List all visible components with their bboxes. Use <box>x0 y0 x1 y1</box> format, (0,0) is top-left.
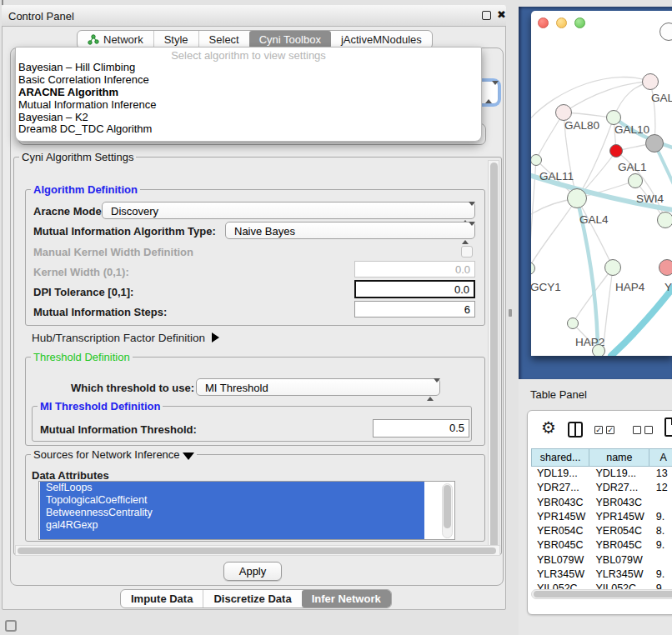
network-node-hap4[interactable] <box>604 259 621 276</box>
network-node-swi4[interactable] <box>628 173 643 188</box>
table-row[interactable]: YDL19...YDL19...13 <box>531 467 672 481</box>
table-horizontal-scrollbar[interactable] <box>531 589 672 599</box>
network-view-window[interactable]: GALGAL80GAL10GAL1SWI4GAL11GAL4GCY1HAP4YH… <box>531 11 672 356</box>
aracne-mode-label: Aracne Mode: <box>33 205 105 218</box>
tab-discretize-data[interactable]: Discretize Data <box>203 590 301 608</box>
data-attributes-list[interactable]: SelfLoopsTopologicalCoefficientBetweenne… <box>38 481 455 540</box>
manual-kernel-checkbox[interactable] <box>461 246 473 258</box>
settings-horizontal-scrollbar[interactable] <box>15 545 500 556</box>
tab-label: Cyni Toolbox <box>259 33 321 46</box>
attribute-item-gal4rgexp[interactable]: gal4RGexp <box>40 519 424 532</box>
algorithm-option-dream8-dc-tdc-algorithm[interactable]: Dream8 DC_TDC Algorithm <box>18 123 479 136</box>
close-icon[interactable]: ✖ <box>497 8 506 21</box>
attributes-scrollbar-thumb[interactable] <box>444 485 451 528</box>
column-header-name[interactable]: name <box>589 448 649 467</box>
hub-definition-label: Hub/Transcription Factor Definition <box>32 332 205 344</box>
table-row[interactable]: YBR045CYBR045C9. <box>531 538 672 552</box>
select-all-checkbox-icon[interactable]: ✓ <box>594 426 603 434</box>
network-node[interactable] <box>659 22 672 41</box>
gear-icon[interactable]: ⚙ <box>541 419 556 436</box>
network-edge[interactable] <box>577 198 613 268</box>
column-header-shared-[interactable]: shared... <box>531 448 589 467</box>
tab-label: Style <box>164 33 188 46</box>
network-edge[interactable] <box>564 82 650 112</box>
attributes-scrollbar[interactable] <box>442 483 453 538</box>
network-node-label-gal: GAL <box>651 92 672 104</box>
zoom-traffic-light-icon[interactable] <box>574 18 585 28</box>
attribute-item-topologicalcoefficient[interactable]: TopologicalCoefficient <box>40 494 424 507</box>
columns-icon[interactable] <box>568 422 583 438</box>
control-panel-titlebar: Control Panel ✖ <box>2 5 506 27</box>
minimize-traffic-light-icon[interactable] <box>556 18 567 28</box>
table-cell: YBR045C <box>589 538 649 552</box>
collapsed-arrow-icon[interactable] <box>212 332 219 342</box>
mi-threshold-group-title: MI Threshold Definition <box>38 400 163 412</box>
tab-select[interactable]: Select <box>198 31 249 48</box>
network-node-label-y: Y <box>664 281 672 293</box>
algorithm-option-aracne-algorithm[interactable]: ARACNE Algorithm <box>18 87 479 99</box>
network-node[interactable] <box>645 134 664 152</box>
network-node-gal80[interactable] <box>555 104 572 121</box>
network-node-hap2[interactable] <box>567 318 579 329</box>
column-header-a[interactable]: A <box>649 448 672 467</box>
which-threshold-select[interactable]: MI Threshold <box>196 378 440 396</box>
network-node-gal1[interactable] <box>609 144 623 158</box>
minimized-panel-icon[interactable] <box>5 620 17 632</box>
mi-threshold-field[interactable]: 0.5 <box>373 419 469 438</box>
network-node-y[interactable] <box>659 259 672 276</box>
attribute-item-partial[interactable] <box>40 532 424 539</box>
close-traffic-light-icon[interactable] <box>538 18 549 28</box>
settings-vertical-scrollbar[interactable] <box>488 160 499 553</box>
table-cell: YDR27... <box>589 481 649 495</box>
network-node-gal[interactable] <box>642 73 659 90</box>
sources-group-title[interactable]: Sources for Network Inference <box>31 448 197 461</box>
algorithm-option-bayesian-k2[interactable]: Bayesian – K2 <box>18 112 479 124</box>
attribute-item-betweennesscentrality[interactable]: BetweennessCentrality <box>40 507 424 519</box>
mi-type-label: Mutual Information Algorithm Type: <box>33 225 216 238</box>
table-row[interactable]: YLR345WYLR345W9. <box>531 568 672 582</box>
algorithm-option-basic-correlation-inference[interactable]: Basic Correlation Inference <box>18 74 479 87</box>
table-row[interactable]: YER054CYER054C8. <box>531 524 672 538</box>
network-node[interactable] <box>657 212 672 228</box>
function-builder-icon[interactable] <box>664 418 672 437</box>
attribute-item-selfloops[interactable]: SelfLoops <box>40 482 424 494</box>
table-row[interactable]: YBR043CYBR043C <box>531 496 672 510</box>
network-node-label-gcy1: GCY1 <box>531 281 561 293</box>
deselect-all-checkbox-icon[interactable] <box>644 426 653 434</box>
hub-definition-toggle[interactable]: Hub/Transcription Factor Definition <box>32 332 219 344</box>
algorithm-option-mutual-information-inference[interactable]: Mutual Information Inference <box>18 99 479 112</box>
sources-title-text: Sources for Network Inference <box>33 448 180 461</box>
network-node-gal4[interactable] <box>567 188 587 208</box>
tab-jactivemnodules[interactable]: jActiveMNodules <box>331 31 432 48</box>
tab-infer-network[interactable]: Infer Network <box>302 590 391 608</box>
table-horizontal-thumb[interactable] <box>534 591 672 598</box>
network-node[interactable] <box>592 344 605 356</box>
tab-impute-data[interactable]: Impute Data <box>121 590 203 608</box>
combo-stepper-icon <box>485 85 492 100</box>
settings-horizontal-thumb[interactable] <box>18 548 496 554</box>
panel-divider-handle[interactable] <box>509 309 512 317</box>
tab-network[interactable]: Network <box>78 31 153 48</box>
float-window-icon[interactable] <box>482 11 491 20</box>
select-all-checkbox-icon[interactable]: ✓ <box>606 426 614 434</box>
apply-button[interactable]: Apply <box>223 562 282 581</box>
expanded-arrow-icon[interactable] <box>183 452 194 460</box>
tab-cyni-toolbox[interactable]: Cyni Toolbox <box>249 31 331 48</box>
tab-style[interactable]: Style <box>153 31 198 48</box>
settings-vertical-thumb[interactable] <box>490 162 498 551</box>
network-graph-icon <box>88 34 99 45</box>
table-panel-section: Table Panel ⚙ ✓ ✓ shared...nameA YDL19..… <box>519 379 672 635</box>
dpi-tolerance-field[interactable]: 0.0 <box>354 280 475 298</box>
table-row[interactable]: YDR27...YDR27...12 <box>531 481 672 495</box>
mi-steps-field[interactable]: 6 <box>354 301 475 318</box>
deselect-all-checkbox-icon[interactable] <box>633 426 641 434</box>
network-edge[interactable] <box>531 198 577 268</box>
algorithm-option-bayesian-hill-climbing[interactable]: Bayesian – Hill Climbing <box>18 62 479 74</box>
table-row[interactable]: YPR145WYPR145W9. <box>531 510 672 524</box>
aracne-mode-select[interactable]: Discovery <box>102 202 475 219</box>
table-cell: 13 <box>650 467 672 481</box>
kernel-width-field[interactable]: 0.0 <box>354 261 475 278</box>
table-row[interactable]: YBL079WYBL079W <box>531 553 672 568</box>
mi-type-select[interactable]: Naive Bayes <box>225 222 475 239</box>
table-cell: 9. <box>650 510 672 524</box>
